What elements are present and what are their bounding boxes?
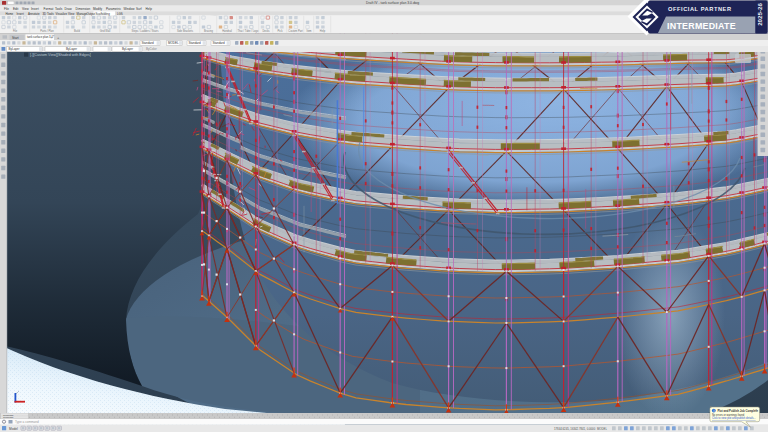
svg-text:Decks: Decks bbox=[262, 29, 270, 33]
svg-text:Parametric: Parametric bbox=[106, 7, 121, 11]
svg-text:Window: Window bbox=[124, 7, 136, 11]
svg-text:ByColor: ByColor bbox=[146, 47, 157, 51]
svg-text:INTERMEDIATE: INTERMEDIATE bbox=[667, 21, 736, 31]
svg-text:Draft IV - tank surface plan 3: Draft IV - tank surface plan 3.0.dwg bbox=[366, 1, 419, 5]
svg-text:ByLayer: ByLayer bbox=[122, 47, 133, 51]
svg-text:Insert: Insert bbox=[31, 7, 39, 11]
svg-text:Dimension: Dimension bbox=[76, 7, 91, 11]
svg-text:Start: Start bbox=[12, 36, 19, 40]
svg-text:Steps / Ladders / Stairs: Steps / Ladders / Stairs bbox=[132, 29, 160, 33]
svg-text:2025-26: 2025-26 bbox=[756, 3, 763, 26]
svg-text:Item: Item bbox=[306, 29, 311, 33]
svg-text:Home: Home bbox=[6, 12, 14, 16]
svg-text:File: File bbox=[13, 29, 18, 33]
svg-text:MODEL: MODEL bbox=[168, 41, 179, 45]
svg-text:Tools: Tools bbox=[55, 7, 63, 11]
svg-text:View: View bbox=[22, 7, 29, 11]
svg-text:Surf: Surf bbox=[136, 7, 142, 11]
svg-text:Scaffolding: Scaffolding bbox=[96, 12, 111, 16]
svg-text:Build: Build bbox=[74, 29, 80, 33]
svg-text:Grid Wall: Grid Wall bbox=[100, 29, 111, 33]
svg-text:Parts / Plan: Parts / Plan bbox=[40, 29, 54, 33]
svg-text:3D Tools: 3D Tools bbox=[43, 12, 55, 16]
svg-text:Format: Format bbox=[44, 7, 54, 11]
svg-text:17844.6245, 16342.7841, 0.0000: 17844.6245, 16342.7841, 0.0000 bbox=[554, 427, 596, 431]
svg-text:Edit: Edit bbox=[13, 7, 18, 11]
svg-text:View: View bbox=[68, 12, 75, 16]
svg-text:Insert: Insert bbox=[17, 12, 24, 16]
svg-text:Pick: Pick bbox=[278, 29, 284, 33]
svg-text:Help: Help bbox=[146, 7, 153, 11]
svg-text:[-][Custom View][Shaded with E: [-][Custom View][Shaded with Edges] bbox=[30, 53, 91, 57]
svg-text:LGS: LGS bbox=[117, 12, 123, 16]
svg-text:Type a command: Type a command bbox=[15, 420, 39, 424]
svg-text:Draw: Draw bbox=[65, 7, 73, 11]
svg-text:Standard: Standard bbox=[142, 41, 155, 45]
svg-text:MODEL: MODEL bbox=[597, 427, 607, 431]
svg-text:Plot and Publish Job Complete: Plot and Publish Job Complete bbox=[718, 409, 759, 413]
svg-text:Standard: Standard bbox=[189, 41, 202, 45]
svg-text:OFFICIAL PARTNER: OFFICIAL PARTNER bbox=[668, 6, 732, 12]
svg-text:Visualize: Visualize bbox=[56, 12, 68, 16]
svg-text:Command:: Command: bbox=[3, 416, 14, 418]
svg-text:Standard: Standard bbox=[213, 41, 226, 45]
svg-text:Command:: Command: bbox=[3, 414, 14, 416]
svg-text:Thai / Tube / Logo: Thai / Tube / Logo bbox=[238, 29, 259, 33]
svg-text:Handrail: Handrail bbox=[222, 29, 232, 33]
svg-text:Output: Output bbox=[87, 12, 96, 16]
svg-text:Model: Model bbox=[9, 427, 18, 431]
svg-text:Annotate: Annotate bbox=[28, 12, 40, 16]
svg-text:Bracing: Bracing bbox=[204, 29, 213, 33]
svg-text:×: × bbox=[51, 36, 53, 40]
svg-text:Custom Part: Custom Part bbox=[288, 29, 303, 33]
svg-text:Modify: Modify bbox=[93, 7, 103, 11]
svg-text:File: File bbox=[4, 7, 9, 11]
svg-text:No errors or warnings found: No errors or warnings found bbox=[712, 413, 745, 417]
svg-text:ByLayer: ByLayer bbox=[66, 47, 77, 51]
svg-text:Click to view plot and publish: Click to view plot and publish details..… bbox=[712, 416, 756, 420]
svg-text:Side Brackets: Side Brackets bbox=[177, 29, 194, 33]
svg-text:ByLayer: ByLayer bbox=[9, 47, 20, 51]
svg-text:Help: Help bbox=[320, 29, 326, 33]
